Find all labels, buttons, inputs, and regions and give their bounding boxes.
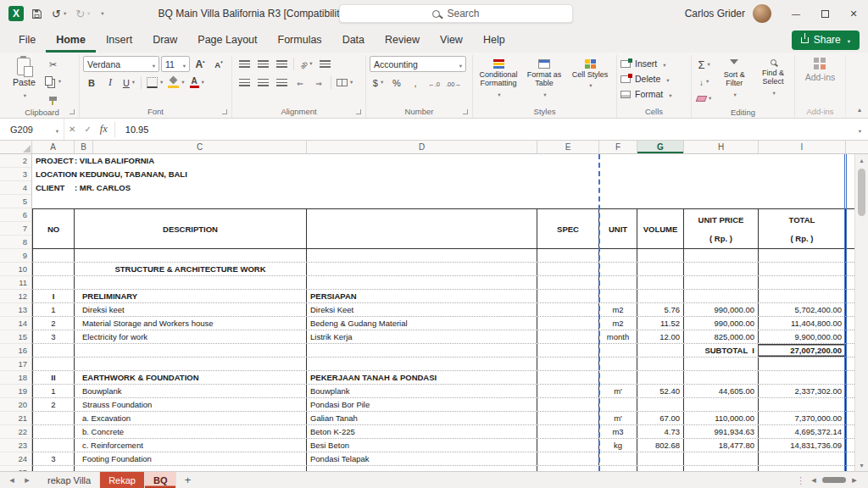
hscroll-right-icon[interactable] [848, 474, 861, 485]
cell[interactable]: 5.76 [637, 303, 684, 316]
copy-button[interactable] [43, 74, 63, 90]
cell[interactable]: PRELIMINARY [75, 290, 307, 302]
cell[interactable]: 7,370,000.00 [759, 412, 846, 424]
cell[interactable] [684, 371, 759, 384]
autosum-button[interactable]: Σ [695, 57, 713, 73]
column-header-D[interactable]: D [307, 141, 537, 153]
sheet-tab-bq[interactable]: BQ [145, 472, 177, 488]
add-sheet-button[interactable] [178, 474, 197, 486]
formula-input[interactable]: 10.95 [118, 125, 149, 135]
cell[interactable]: b. Concrete [75, 425, 307, 438]
cell[interactable]: m2 [599, 317, 637, 330]
cell[interactable]: Bouwplank [75, 385, 307, 397]
name-box-dropdown-icon[interactable] [54, 125, 58, 135]
number-format-select[interactable]: Accounting [370, 56, 466, 72]
sort-filter-button[interactable]: Sort & Filter [716, 56, 752, 98]
cell[interactable] [307, 263, 537, 275]
conditional-formatting-button[interactable]: Conditional Formatting [476, 56, 520, 98]
menu-tab-file[interactable]: File [8, 27, 46, 53]
cell[interactable]: Strauss Foundation [75, 398, 307, 411]
cell[interactable]: 18,477.80 [684, 439, 759, 452]
column-header-G[interactable]: G [637, 141, 684, 153]
cell[interactable]: Bouwplank [307, 385, 537, 397]
cell[interactable]: NO [32, 209, 75, 248]
format-as-table-button[interactable]: Format as Table [522, 56, 566, 98]
cell[interactable] [307, 358, 537, 370]
cell[interactable] [75, 249, 307, 262]
cell[interactable]: 110,000.00 [684, 412, 759, 424]
column-header-E[interactable]: E [537, 141, 599, 153]
align-bottom-button[interactable] [273, 56, 290, 72]
cell[interactable]: m' [599, 412, 637, 424]
select-all-button[interactable] [0, 141, 32, 153]
sheet-nav-next-icon[interactable] [20, 474, 34, 485]
cell[interactable] [32, 439, 75, 452]
cell[interactable] [32, 425, 75, 438]
name-box[interactable]: G209 [0, 119, 64, 140]
decrease-decimal-button[interactable] [444, 75, 463, 91]
cell[interactable] [599, 344, 637, 357]
cell[interactable] [759, 398, 846, 411]
insert-cells-button[interactable]: Insert [620, 56, 666, 71]
cell[interactable]: Material Storage and Workers house [75, 317, 307, 330]
row-header-23[interactable]: 23 [0, 439, 31, 452]
menu-tab-data[interactable]: Data [332, 27, 375, 53]
cell[interactable] [599, 249, 637, 262]
wrap-text-button[interactable] [316, 56, 333, 72]
cell[interactable]: EARTHWORK & FOUNDATION [75, 371, 307, 384]
orientation-button[interactable] [298, 56, 314, 72]
cell[interactable] [307, 276, 537, 289]
cell[interactable]: : MR. CARLOS [75, 181, 617, 195]
scroll-down-icon[interactable] [855, 459, 868, 471]
align-middle-button[interactable] [254, 56, 271, 72]
qat-customize-button[interactable] [97, 9, 105, 19]
font-dialog-launcher-icon[interactable] [222, 109, 227, 114]
menu-tab-view[interactable]: View [430, 27, 473, 53]
cut-button[interactable] [43, 57, 63, 73]
cell[interactable]: Direksi keet [75, 303, 307, 316]
find-select-button[interactable]: Find & Select [755, 56, 791, 97]
column-header-I[interactable]: I [759, 141, 846, 153]
format-cells-button[interactable]: Format [620, 86, 672, 102]
formula-bar-expand-icon[interactable] [857, 124, 861, 136]
cell[interactable]: 990,000.00 [684, 303, 759, 316]
cell[interactable] [32, 344, 75, 357]
merge-center-button[interactable] [335, 75, 354, 91]
comma-style-button[interactable]: , [407, 75, 424, 91]
cell[interactable]: Pondasi Bor Pile [307, 398, 537, 411]
cell[interactable] [637, 452, 684, 465]
cell[interactable]: UNIT PRICE( Rp. ) [684, 209, 759, 248]
row-header-16[interactable]: 16 [0, 344, 31, 358]
menu-tab-insert[interactable]: Insert [96, 27, 142, 53]
insert-function-button[interactable]: fx [96, 123, 112, 136]
sheet-tab-rekap[interactable]: Rekap [100, 472, 145, 488]
cell[interactable]: TOTAL( Rp. ) [759, 209, 846, 248]
cell[interactable] [537, 371, 599, 384]
cell[interactable]: 3 [32, 452, 75, 465]
cell[interactable]: 27,007,200.00 [759, 344, 846, 357]
cell[interactable]: 2 [32, 398, 75, 411]
menu-tab-page-layout[interactable]: Page Layout [187, 27, 267, 53]
row-header-14[interactable]: 14 [0, 317, 31, 330]
cell[interactable]: Electricity for work [75, 330, 307, 343]
row-header-13[interactable]: 13 [0, 303, 31, 317]
cell[interactable] [759, 290, 846, 302]
row-header-25[interactable]: 25 [0, 466, 31, 471]
row-header-20[interactable]: 20 [0, 398, 31, 412]
cell[interactable]: PROJECT [32, 154, 75, 168]
cell[interactable]: 9,900,000.00 [759, 330, 846, 343]
increase-decimal-button[interactable] [426, 75, 442, 91]
cell[interactable] [599, 371, 637, 384]
cell[interactable] [537, 290, 599, 302]
row-header-24[interactable]: 24 [0, 452, 31, 466]
cell[interactable] [537, 317, 599, 330]
align-left-button[interactable] [236, 75, 253, 91]
cell[interactable]: 3 [32, 330, 75, 343]
column-header-F[interactable]: F [599, 141, 637, 153]
cell[interactable] [599, 398, 637, 411]
row-header-10[interactable]: 10 [0, 263, 31, 276]
row-header-22[interactable]: 22 [0, 425, 31, 439]
addins-button[interactable]: Add-ins [801, 56, 840, 82]
cell[interactable] [537, 249, 599, 262]
cell[interactable] [684, 263, 759, 275]
